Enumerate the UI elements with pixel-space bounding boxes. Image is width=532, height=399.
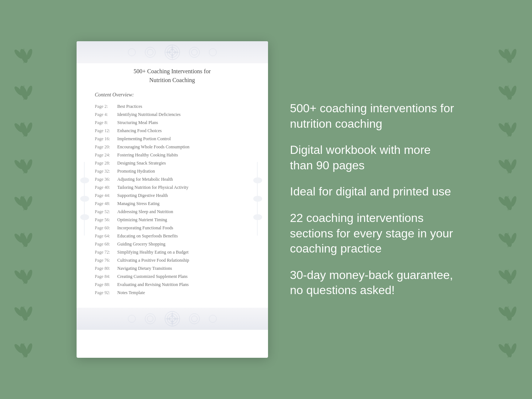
doc-footer-decoration xyxy=(77,308,268,330)
toc-page-number: Page 52: xyxy=(95,209,115,215)
toc-title: Fostering Healthy Cooking Habits xyxy=(117,152,178,158)
doc-right-ornament xyxy=(251,162,266,237)
table-of-contents-item: Page 12:Enhancing Food Choices xyxy=(95,127,250,135)
svg-point-86 xyxy=(189,314,200,324)
table-of-contents-item: Page 48:Managing Stress Eating xyxy=(95,200,250,208)
table-of-contents-item: Page 24:Fostering Healthy Cooking Habits xyxy=(95,151,250,159)
table-of-contents-item: Page 68:Guiding Grocery Shopping xyxy=(95,240,250,248)
toc-page-number: Page 32: xyxy=(95,169,115,174)
toc-title: Identifying Nutritional Deficiencies xyxy=(117,112,181,117)
toc-title: Encouraging Whole Foods Consumption xyxy=(117,144,190,150)
main-layout: 500+ Coaching Interventions for Nutritio… xyxy=(0,41,532,358)
toc-page-number: Page 56: xyxy=(95,217,115,223)
svg-point-89 xyxy=(209,315,216,322)
toc-title: Cultivating a Positive Food Relationship xyxy=(117,258,189,263)
toc-page-number: Page 76: xyxy=(95,258,115,263)
table-of-contents-item: Page 36:Adjusting for Metabolic Health xyxy=(95,175,250,183)
info-point-1: 500+ coaching interventions for nutritio… xyxy=(290,101,456,131)
toc-page-number: Page 48: xyxy=(95,201,115,206)
svg-point-84 xyxy=(145,314,155,324)
svg-point-79 xyxy=(128,49,135,56)
toc-page-number: Page 80: xyxy=(95,266,115,271)
info-panel: 500+ coaching interventions for nutritio… xyxy=(290,101,456,298)
toc-title: Supporting Digestive Health xyxy=(117,193,168,198)
toc-page-number: Page 36: xyxy=(95,177,115,182)
toc-page-number: Page 12: xyxy=(95,128,115,134)
toc-page-number: Page 44: xyxy=(95,193,115,198)
toc-page-number: Page 24: xyxy=(95,152,115,158)
toc-page-number: Page 4: xyxy=(95,112,115,117)
toc-title: Incorporating Functional Foods xyxy=(117,225,173,231)
table-of-contents-item: Page 84:Creating Customized Supplement P… xyxy=(95,272,250,280)
svg-point-91 xyxy=(80,177,89,183)
table-of-contents-item: Page 4:Identifying Nutritional Deficienc… xyxy=(95,110,250,119)
table-of-contents-item: Page 60:Incorporating Functional Foods xyxy=(95,224,250,232)
toc-page-number: Page 40: xyxy=(95,185,115,190)
toc-title: Navigating Dietary Transitions xyxy=(117,266,172,271)
toc-title: Educating on Superfoods Benefits xyxy=(117,233,178,239)
toc-page-number: Page 72: xyxy=(95,250,115,255)
toc-title: Managing Stress Eating xyxy=(117,201,160,206)
document-title: 500+ Coaching Interventions for Nutritio… xyxy=(95,67,250,85)
svg-point-95 xyxy=(253,177,262,183)
table-of-contents-item: Page 64:Educating on Superfoods Benefits xyxy=(95,232,250,240)
toc-page-number: Page 68: xyxy=(95,241,115,247)
toc-title: Addressing Sleep and Nutrition xyxy=(117,209,173,215)
toc-page-number: Page 20: xyxy=(95,144,115,150)
svg-point-93 xyxy=(80,214,89,220)
toc-page-number: Page 8: xyxy=(95,120,115,126)
svg-point-76 xyxy=(147,49,153,55)
toc-title: Simplifying Healthy Eating on a Budget xyxy=(117,250,189,255)
toc-title: Structuring Meal Plans xyxy=(117,120,158,126)
table-of-contents-item: Page 52:Addressing Sleep and Nutrition xyxy=(95,208,250,216)
toc-title: Implementing Portion Control xyxy=(117,136,171,142)
info-point-4: 22 coaching interventions sections for e… xyxy=(290,211,456,257)
toc-title: Designing Snack Strategies xyxy=(117,160,166,166)
table-of-contents-item: Page 28:Designing Snack Strategies xyxy=(95,159,250,167)
svg-point-85 xyxy=(147,316,153,322)
doc-content: 500+ Coaching Interventions for Nutritio… xyxy=(77,63,268,300)
svg-point-78 xyxy=(191,49,197,55)
table-of-contents-item: Page 40:Tailoring Nutrition for Physical… xyxy=(95,183,250,191)
toc-title: Creating Customized Supplement Plans xyxy=(117,274,188,279)
info-point-2: Digital workbook with more than 90 pages xyxy=(290,142,456,173)
toc-page-number: Page 88: xyxy=(95,282,115,287)
table-of-contents-item: Page 80:Navigating Dietary Transitions xyxy=(95,264,250,272)
toc-title: Tailoring Nutrition for Physical Activit… xyxy=(117,185,189,190)
toc-title: Adjusting for Metabolic Health xyxy=(117,177,173,182)
table-of-contents-item: Page 76:Cultivating a Positive Food Rela… xyxy=(95,256,250,264)
svg-point-97 xyxy=(253,214,262,220)
table-of-contents: Page 2:Best PracticesPage 4:Identifying … xyxy=(95,102,250,297)
toc-title: Notes Template xyxy=(117,290,145,296)
table-of-contents-item: Page 20:Encouraging Whole Foods Consumpt… xyxy=(95,143,250,151)
document-panel: 500+ Coaching Interventions for Nutritio… xyxy=(77,41,268,358)
toc-page-number: Page 16: xyxy=(95,136,115,142)
svg-point-87 xyxy=(191,316,197,322)
svg-point-75 xyxy=(145,47,155,57)
toc-title: Promoting Hydration xyxy=(117,169,155,174)
info-point-5: 30-day money-back guarantee, no question… xyxy=(290,268,456,298)
doc-header-decoration xyxy=(77,41,268,63)
table-of-contents-item: Page 92:Notes Template xyxy=(95,289,250,297)
svg-point-96 xyxy=(253,196,262,202)
svg-point-80 xyxy=(209,49,216,56)
table-of-contents-item: Page 72:Simplifying Healthy Eating on a … xyxy=(95,248,250,256)
toc-title: Evaluating and Revising Nutrition Plans xyxy=(117,282,189,287)
toc-page-number: Page 64: xyxy=(95,233,115,239)
table-of-contents-item: Page 88:Evaluating and Revising Nutritio… xyxy=(95,280,250,289)
table-of-contents-item: Page 2:Best Practices xyxy=(95,102,250,110)
content-overview-label: Content Overview: xyxy=(95,92,250,98)
table-of-contents-item: Page 32:Promoting Hydration xyxy=(95,167,250,175)
toc-title: Guiding Grocery Shopping xyxy=(117,241,166,247)
toc-title: Best Practices xyxy=(117,104,142,109)
toc-page-number: Page 60: xyxy=(95,225,115,231)
toc-title: Enhancing Food Choices xyxy=(117,128,162,134)
toc-page-number: Page 92: xyxy=(95,290,115,296)
table-of-contents-item: Page 44:Supporting Digestive Health xyxy=(95,191,250,200)
svg-point-88 xyxy=(128,315,135,322)
toc-page-number: Page 2: xyxy=(95,104,115,109)
toc-title: Optimizing Nutrient Timing xyxy=(117,217,167,223)
table-of-contents-item: Page 16:Implementing Portion Control xyxy=(95,135,250,143)
info-point-3: Ideal for digital and printed use xyxy=(290,184,456,200)
doc-left-ornament xyxy=(78,162,93,237)
